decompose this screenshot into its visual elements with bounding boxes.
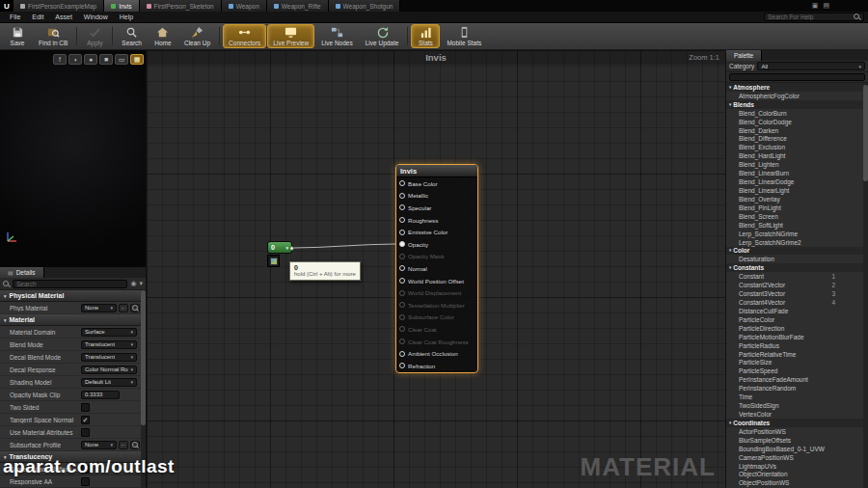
palette-item-blursampleoffsets[interactable]: BlurSampleOffsets: [726, 436, 868, 445]
menu-edit[interactable]: Edit: [26, 14, 49, 20]
doc-tab-invis[interactable]: Invis: [104, 0, 139, 12]
help-search[interactable]: [764, 13, 864, 21]
details-category-material[interactable]: ▾Material: [0, 314, 146, 326]
palette-item-particlesize[interactable]: ParticleSize: [726, 359, 868, 367]
palette-category-color[interactable]: ▾Color: [726, 247, 868, 256]
palette-item-particlespeed[interactable]: ParticleSpeed: [726, 366, 868, 375]
doc-tab-weapon-rifle[interactable]: Weapon_Rifle: [267, 0, 329, 12]
preview-font-button[interactable]: f: [53, 54, 67, 65]
material-output-node[interactable]: Invis Base ColorMetallicSpecularRoughnes…: [395, 164, 478, 373]
palette-item-actorpositionws[interactable]: ActorPositionWS: [726, 427, 868, 436]
pin-base-color[interactable]: Base Color: [396, 177, 477, 190]
palette-category-constants[interactable]: ▾Constants: [726, 263, 868, 272]
palette-item-particledirection[interactable]: ParticleDirection: [726, 324, 868, 333]
save-button[interactable]: Save: [3, 24, 32, 48]
scrollbar-thumb[interactable]: [141, 290, 146, 425]
doc-tab-weapon-shotgun[interactable]: Weapon_Shotgun: [329, 0, 401, 12]
palette-item-blend-softlight[interactable]: Blend_SoftLight: [726, 221, 868, 230]
menu-file[interactable]: File: [4, 14, 26, 20]
details-search-input[interactable]: [13, 280, 127, 288]
category-dropdown[interactable]: All ▾: [757, 62, 865, 70]
palette-item-blend-pinlight[interactable]: Blend_PinLight: [726, 203, 868, 212]
details-category-physical-material[interactable]: ▾Physical Material: [0, 290, 146, 302]
search-button[interactable]: Search: [116, 24, 148, 48]
home-button[interactable]: Home: [149, 24, 177, 48]
visibility-filter-icon[interactable]: ◉: [130, 280, 136, 287]
palette-scrollbar[interactable]: [863, 83, 868, 488]
palette-item-particlerelativetime[interactable]: ParticleRelativeTime: [726, 350, 868, 359]
preview-checker-button[interactable]: ▦: [130, 54, 144, 65]
palette-item-blend-screen[interactable]: Blend_Screen: [726, 212, 868, 221]
doc-tab-firstperson-skeleton[interactable]: FirstPerson_Skeleton: [140, 0, 222, 12]
palette-item-blend-difference[interactable]: Blend_Difference: [726, 135, 868, 144]
preview-sphere-button[interactable]: ●: [84, 54, 97, 65]
clean-up-button[interactable]: Clean Up: [178, 24, 216, 48]
opacity-mask-clip-input[interactable]: 0.3333: [81, 391, 120, 399]
output-pin-icon[interactable]: [289, 246, 294, 251]
palette-item-constant4vector[interactable]: Constant4Vector4: [726, 298, 868, 307]
tangent-space-normal-checkbox[interactable]: ✓: [81, 416, 90, 424]
palette-item-twosidedsign[interactable]: TwoSidedSign: [726, 401, 868, 410]
browse-to-asset-icon[interactable]: [130, 441, 140, 449]
preview-cylinder-button[interactable]: ◖: [68, 54, 82, 65]
doc-tab-firstpersonexamplemap[interactable]: FirstPersonExampleMap: [14, 0, 104, 12]
pin-opacity-mask[interactable]: Opacity Mask: [396, 251, 477, 263]
palette-item-blend-linearlight[interactable]: Blend_LinearLight: [726, 186, 868, 195]
palette-item-perinstancerandom[interactable]: PerInstanceRandom: [726, 384, 868, 393]
palette-item-blend-darken[interactable]: Blend_Darken: [726, 126, 868, 135]
palette-item-lerp-scratchngrime[interactable]: Lerp_ScratchNGrime: [726, 230, 868, 238]
shading-model-dropdown[interactable]: Default Lit▾: [81, 378, 137, 387]
blend-mode-dropdown[interactable]: Translucent▾: [81, 340, 137, 349]
live-nodes-button[interactable]: Live Nodes: [315, 24, 359, 48]
palette-item-constant3vector[interactable]: Constant3Vector3: [726, 289, 868, 298]
palette-search-input[interactable]: [729, 73, 865, 81]
palette-item-objectorientation[interactable]: ObjectOrientation: [726, 470, 868, 478]
use-material-attributes-checkbox[interactable]: [81, 428, 90, 437]
palette-item-lerp-scratchngrime2[interactable]: Lerp_ScratchNGrime2: [726, 238, 868, 247]
palette-item-blend-lineardodge[interactable]: Blend_LinearDodge: [726, 177, 868, 186]
pin-specular[interactable]: Specular: [396, 202, 477, 214]
feedback-icon[interactable]: ▣: [812, 2, 819, 10]
node-preview-toggle[interactable]: [267, 255, 280, 267]
palette-category-atmosphere[interactable]: ▾Atmosphere: [726, 83, 868, 92]
palette-item-blend-linearburn[interactable]: Blend_LinearBurn: [726, 169, 868, 177]
stats-button[interactable]: Stats: [411, 24, 440, 48]
apply-button[interactable]: Apply: [80, 24, 109, 48]
palette-item-distancecullfade[interactable]: DistanceCullFade: [726, 307, 868, 315]
palette-item-particleradius[interactable]: ParticleRadius: [726, 341, 868, 350]
use-selected-asset-icon[interactable]: ←: [119, 304, 128, 312]
pin-emissive-color[interactable]: Emissive Color: [396, 226, 477, 238]
pin-ambient-occlusion[interactable]: Ambient Occlusion: [396, 347, 477, 360]
mobile-stats-button[interactable]: Mobile Stats: [441, 24, 487, 48]
pin-normal[interactable]: Normal: [396, 262, 477, 275]
scrollbar-thumb[interactable]: [863, 85, 868, 181]
palette-item-particlecolor[interactable]: ParticleColor: [726, 315, 868, 324]
palette-tab[interactable]: Palette: [726, 50, 762, 61]
menu-help[interactable]: Help: [114, 14, 139, 20]
palette-item-blend-colorburn[interactable]: Blend_ColorBurn: [726, 109, 868, 118]
palette-item-particlemotionblurfade[interactable]: ParticleMotionBlurFade: [726, 333, 868, 341]
use-selected-asset-icon[interactable]: ←: [119, 441, 128, 449]
palette-item-constant[interactable]: Constant1: [726, 272, 868, 281]
palette-item-time[interactable]: Time: [726, 393, 868, 401]
subsurface-profile-dropdown[interactable]: None▾: [81, 441, 117, 449]
pin-world-position-offset[interactable]: World Position Offset: [396, 275, 477, 287]
menu-asset[interactable]: Asset: [49, 14, 78, 20]
palette-item-blend-exclusion[interactable]: Blend_Exclusion: [726, 143, 868, 151]
palette-item-boundingboxbased-0-1-uvw[interactable]: BoundingBoxBased_0-1_UVW: [726, 445, 868, 453]
pin-clear-coat[interactable]: Clear Coat: [396, 323, 477, 336]
graph-editor-canvas[interactable]: Invis Zoom 1:1 0 ▾ 0 hold (Ctrl + Alt) f…: [147, 50, 725, 488]
palette-item-camerapositionws[interactable]: CameraPositionWS: [726, 453, 868, 462]
pin-clear-coat-roughness[interactable]: Clear Coat Roughness: [396, 336, 477, 348]
pin-refraction[interactable]: Refraction: [396, 360, 477, 372]
pin-metallic[interactable]: Metallic: [396, 190, 477, 203]
preview-plane-button[interactable]: ▭: [115, 54, 128, 65]
live-update-button[interactable]: Live Update: [360, 24, 405, 48]
decal-blend-mode-dropdown[interactable]: Translucent▾: [81, 353, 137, 362]
palette-item-desaturation[interactable]: Desaturation: [726, 255, 868, 263]
pin-tessellation-multiplier[interactable]: Tessellation Multiplier: [396, 299, 477, 312]
connectors-button[interactable]: Connectors: [223, 24, 266, 48]
responsive-aa-checkbox[interactable]: [81, 477, 90, 486]
palette-category-coordinates[interactable]: ▾Coordinates: [726, 419, 868, 427]
palette-item-blend-hardlight[interactable]: Blend_HardLight: [726, 151, 868, 160]
